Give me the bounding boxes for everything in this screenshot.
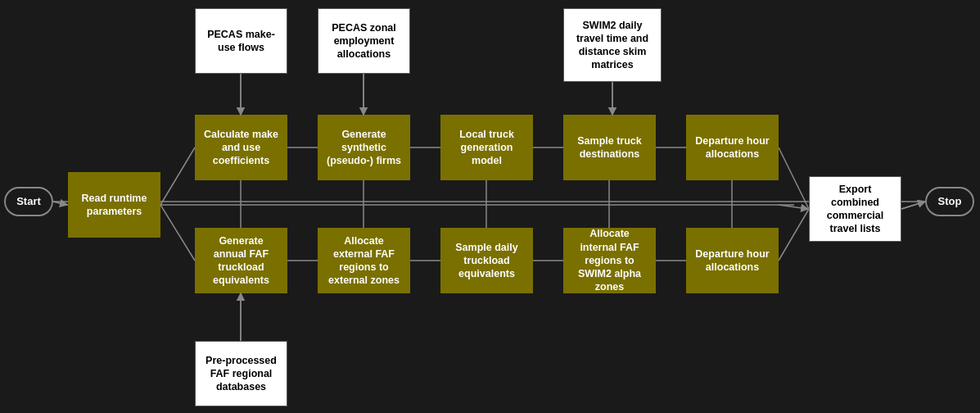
svg-line-1 [160,148,195,205]
svg-line-12 [779,209,809,261]
svg-line-37 [901,202,925,209]
svg-line-2 [160,205,195,261]
read-runtime-box: Read runtime parameters [68,172,160,238]
sample-daily-box: Sample daily truckload equivalents [440,228,533,293]
export-combined-box: Export combined commercial travel lists [809,176,901,242]
allocate-external-box: Allocate external FAF regions to externa… [318,228,410,293]
pecas-make-use-box: PECAS make-use flows [195,8,287,74]
svg-line-13 [901,202,925,209]
sample-truck-dest-box: Sample truck destinations [563,115,656,180]
svg-line-7 [779,148,809,209]
calc-make-use-box: Calculate make and use coefficients [195,115,287,180]
svg-line-0 [53,202,68,205]
svg-line-36 [779,205,808,209]
departure-hour-1-box: Departure hour allocations [686,115,779,180]
stop-node: Stop [925,187,974,216]
preprocessed-faf-box: Pre-processed FAF regional databases [195,341,287,406]
generate-synthetic-box: Generate synthetic (pseudo-) firms [318,115,410,180]
start-node: Start [4,187,53,216]
generate-faf-box: Generate annual FAF truckload equivalent… [195,228,287,293]
departure-hour-2-box: Departure hour allocations [686,228,779,293]
svg-line-20 [53,202,67,205]
allocate-internal-box: Allocate internal FAF regions to SWIM2 a… [563,228,656,293]
swim2-daily-box: SWIM2 daily travel time and distance ski… [563,8,662,82]
pecas-zonal-box: PECAS zonal employment allocations [318,8,410,74]
local-truck-box: Local truck generation model [440,115,533,180]
